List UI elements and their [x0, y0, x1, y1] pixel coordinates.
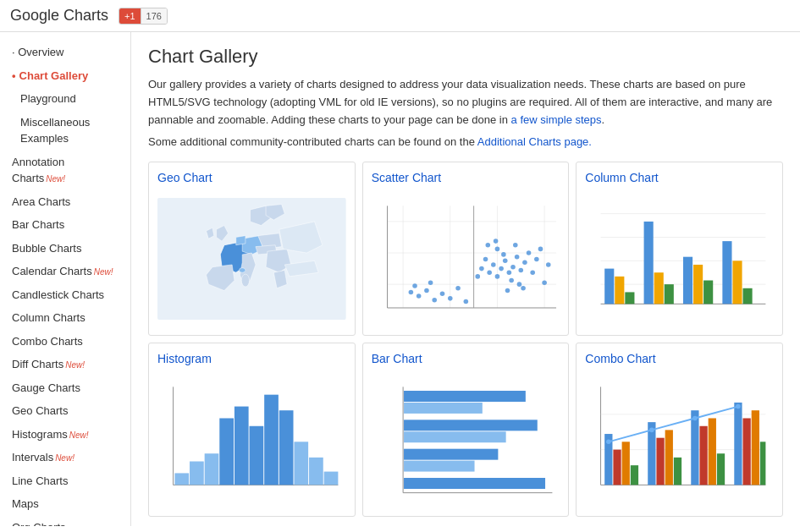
svg-point-40	[546, 263, 551, 268]
svg-point-18	[494, 274, 499, 279]
column-chart-area	[585, 191, 774, 326]
bar-chart-link[interactable]: Bar Chart	[372, 352, 560, 365]
svg-rect-81	[294, 442, 308, 485]
svg-point-20	[515, 255, 520, 260]
sidebar-item-chart-gallery[interactable]: •Chart Gallery	[0, 64, 130, 88]
gplus-label: +1	[124, 11, 135, 21]
svg-point-22	[483, 257, 488, 262]
sidebar-item-column-charts[interactable]: Column Charts	[0, 306, 130, 330]
gplus-icon: +1	[119, 8, 141, 24]
svg-rect-106	[674, 458, 681, 485]
svg-point-34	[475, 274, 480, 279]
svg-rect-113	[752, 411, 759, 485]
layout: · Overview •Chart Gallery Playground Mis…	[0, 32, 800, 526]
svg-rect-58	[605, 269, 615, 304]
combo-chart-link[interactable]: Combo Chart	[585, 352, 774, 365]
svg-rect-91	[404, 449, 498, 460]
sidebar-item-bubble-charts[interactable]: Bubble Charts	[0, 237, 130, 261]
svg-point-16	[503, 259, 508, 264]
sidebar-item-line-charts[interactable]: Line Charts	[0, 469, 130, 493]
simple-steps-link[interactable]: a few simple steps	[511, 113, 602, 126]
description: Our gallery provides a variety of charts…	[148, 76, 783, 129]
svg-rect-74	[190, 462, 204, 485]
sidebar-item-diff-charts[interactable]: Diff ChartsNew!	[0, 353, 130, 376]
svg-point-14	[491, 263, 496, 268]
sidebar-item-misc-examples[interactable]: Miscellaneous Examples	[0, 111, 130, 151]
svg-point-46	[439, 292, 444, 297]
sidebar-item-org-charts[interactable]: Org Charts	[0, 516, 130, 527]
sidebar-item-gauge-charts[interactable]: Gauge Charts	[0, 376, 130, 400]
svg-point-35	[505, 288, 510, 293]
svg-rect-67	[723, 242, 732, 304]
additional-charts-link[interactable]: Additional Charts page.	[477, 135, 592, 148]
svg-rect-80	[279, 411, 294, 485]
svg-point-44	[424, 288, 429, 293]
sidebar-item-histograms[interactable]: HistogramsNew!	[0, 423, 130, 447]
scatter-chart-link[interactable]: Scatter Chart	[372, 171, 560, 184]
svg-point-36	[513, 243, 518, 248]
scatter-chart-svg	[372, 191, 560, 326]
sidebar-item-intervals[interactable]: IntervalsNew!	[0, 446, 130, 469]
sidebar-item-geo-charts[interactable]: Geo Charts	[0, 399, 130, 423]
geo-chart-link[interactable]: Geo Chart	[157, 171, 346, 184]
gplus-count: 176	[141, 8, 167, 24]
svg-point-49	[463, 299, 468, 304]
svg-rect-102	[631, 466, 638, 485]
sidebar-item-candlestick-charts[interactable]: Candlestick Charts	[0, 283, 130, 307]
svg-rect-110	[717, 454, 725, 485]
community-note: Some additional community-contributed ch…	[148, 135, 783, 148]
gplus-button[interactable]: +1 176	[119, 8, 168, 25]
svg-rect-60	[626, 293, 635, 304]
svg-rect-100	[614, 450, 621, 485]
sidebar-item-calendar-charts[interactable]: Calendar ChartsNew!	[0, 260, 130, 283]
sidebar-item-overview[interactable]: · Overview	[0, 41, 130, 64]
svg-rect-66	[703, 281, 713, 304]
svg-point-43	[417, 294, 422, 299]
svg-rect-105	[665, 431, 673, 485]
svg-rect-112	[743, 419, 751, 485]
svg-rect-75	[205, 454, 219, 485]
sidebar-item-combo-charts[interactable]: Combo Charts	[0, 330, 130, 354]
svg-point-48	[455, 286, 461, 291]
page-title: Chart Gallery	[148, 46, 783, 68]
card-combo-chart: Combo Chart	[576, 343, 783, 517]
svg-point-115	[606, 440, 611, 445]
histogram-link[interactable]: Histogram	[157, 352, 346, 365]
svg-point-15	[499, 266, 504, 271]
svg-rect-87	[404, 391, 526, 402]
svg-point-33	[538, 247, 543, 252]
svg-point-27	[509, 278, 514, 283]
svg-point-45	[432, 298, 437, 303]
svg-point-32	[530, 271, 535, 276]
svg-rect-104	[657, 438, 665, 485]
svg-rect-78	[250, 426, 264, 485]
svg-rect-114	[760, 442, 765, 485]
svg-point-118	[736, 404, 741, 409]
combo-chart-svg	[585, 372, 774, 507]
svg-rect-61	[644, 222, 654, 304]
sidebar-item-maps[interactable]: Maps	[0, 492, 130, 516]
svg-rect-62	[654, 273, 664, 304]
svg-rect-59	[615, 277, 625, 304]
svg-point-23	[487, 271, 492, 276]
card-geo-chart: Geo Chart	[148, 162, 356, 336]
svg-rect-83	[324, 472, 339, 485]
column-chart-link[interactable]: Column Chart	[585, 171, 774, 184]
svg-rect-68	[733, 261, 742, 304]
svg-point-38	[493, 239, 498, 244]
sidebar-item-playground[interactable]: Playground	[0, 87, 130, 111]
sidebar-item-area-charts[interactable]: Area Charts	[0, 190, 130, 214]
header: Google Charts +1 176	[0, 0, 800, 32]
app-title: Google Charts	[10, 7, 108, 25]
sidebar-item-annotation-charts[interactable]: Annotation ChartsNew!	[0, 151, 130, 190]
chart-gallery-grid: Geo Chart	[148, 162, 783, 517]
svg-rect-101	[622, 442, 630, 485]
geo-chart-svg	[157, 191, 346, 326]
svg-rect-111	[735, 403, 742, 485]
sidebar-item-bar-charts[interactable]: Bar Charts	[0, 213, 130, 237]
svg-point-19	[510, 265, 516, 270]
geo-chart-area	[157, 191, 346, 326]
svg-point-21	[518, 268, 523, 273]
svg-rect-92	[404, 461, 475, 472]
svg-rect-90	[404, 432, 506, 443]
